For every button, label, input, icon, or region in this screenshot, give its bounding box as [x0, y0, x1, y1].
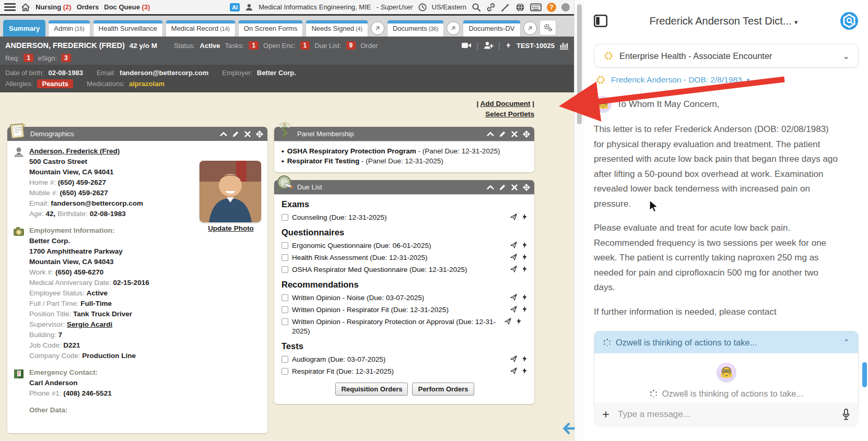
add-person-icon[interactable] — [483, 41, 494, 50]
tab-admin[interactable]: Admin(15) — [48, 20, 90, 37]
due-item-checkbox[interactable] — [281, 306, 288, 313]
help-icon[interactable]: ? — [547, 3, 556, 12]
patient-name[interactable]: ANDERSON, FREDERICK (FRED) — [5, 41, 125, 50]
send-icon[interactable] — [510, 254, 517, 260]
ai-badge[interactable]: AI — [230, 3, 240, 11]
move-icon[interactable] — [256, 130, 263, 138]
tab-documents[interactable]: Documents(36) — [387, 20, 444, 37]
ozwell-logo-icon[interactable] — [840, 11, 859, 30]
conversation-title[interactable]: Frederick Anderson Test Dict... ▾ — [607, 15, 840, 27]
requisition-orders-button[interactable]: Requisition Orders — [335, 383, 408, 396]
due-item-checkbox[interactable] — [281, 266, 288, 273]
move-icon[interactable] — [523, 184, 530, 191]
link-icon[interactable] — [486, 3, 496, 12]
due-list-badge[interactable]: 9 — [346, 41, 356, 50]
perform-bolt-icon[interactable] — [521, 213, 528, 220]
edit-icon[interactable] — [499, 184, 506, 191]
medication-value[interactable]: alprazolam — [129, 80, 165, 88]
perform-orders-button[interactable]: Perform Orders — [412, 383, 474, 396]
org-name[interactable]: Medical Informatics Engineering, MIE — [259, 3, 371, 11]
assistant-scrollbar-thumb[interactable] — [862, 362, 867, 387]
close-icon[interactable] — [244, 130, 251, 138]
open-enc-badge[interactable]: 1 — [300, 41, 310, 50]
tab-on-screen-forms[interactable]: On Screen Forms — [238, 20, 303, 37]
chart-stats-icon[interactable] — [559, 41, 569, 50]
send-icon[interactable] — [510, 367, 517, 374]
hamburger-menu-icon[interactable] — [4, 3, 16, 11]
esign-badge[interactable]: 3 — [61, 54, 71, 62]
perform-bolt-icon[interactable] — [521, 367, 528, 374]
collapse-icon[interactable] — [487, 184, 494, 191]
tab-settings-gear-icon[interactable] — [539, 20, 556, 35]
panel-membership-header[interactable]: Panel Membership — [274, 127, 534, 141]
send-icon[interactable] — [510, 306, 517, 313]
close-icon[interactable] — [511, 184, 518, 191]
update-photo-link[interactable]: Update Photo — [208, 224, 254, 232]
perform-bolt-icon[interactable] — [521, 266, 528, 272]
due-list-header[interactable]: Due List — [274, 180, 534, 194]
move-icon[interactable] — [523, 130, 530, 138]
send-icon[interactable] — [510, 266, 517, 272]
select-portlets-link[interactable]: Select Portlets — [485, 110, 534, 118]
demographics-portlet-header[interactable]: Demographics — [7, 127, 267, 141]
tab-needs-signed[interactable]: Needs Signed(4) — [306, 20, 368, 37]
perform-bolt-icon[interactable] — [521, 294, 528, 301]
quick-action-bolt-icon[interactable] — [505, 41, 512, 50]
video-visit-icon[interactable] — [461, 41, 472, 50]
nav-nursing[interactable]: Nursing (2) — [36, 3, 72, 11]
attach-plus-icon[interactable]: + — [602, 408, 609, 421]
microphone-icon[interactable] — [842, 409, 850, 420]
send-icon[interactable] — [505, 318, 511, 325]
order-link[interactable]: Order — [360, 42, 378, 50]
send-icon[interactable] — [510, 355, 517, 362]
tasks-badge[interactable]: 1 — [249, 41, 259, 50]
tab-medical-record[interactable]: Medical Record(14) — [166, 20, 236, 37]
due-item-checkbox[interactable] — [281, 356, 288, 363]
message-input[interactable] — [618, 409, 834, 420]
tab-summary[interactable]: Summary — [3, 20, 45, 37]
perform-bolt-icon[interactable] — [515, 318, 522, 325]
nav-orders[interactable]: Orders — [77, 3, 99, 11]
patient-context-row[interactable]: Frederick Anderson - DOB: 2/8/1983 ▾ — [595, 74, 859, 86]
vertical-scrollbar-thumb[interactable] — [577, 4, 582, 124]
sidebar-toggle-icon[interactable] — [594, 15, 607, 27]
add-document-link[interactable]: Add Document — [480, 100, 530, 108]
encounter-context-card[interactable]: Enterprise Health - Associate Encounter … — [594, 44, 859, 68]
nav-doc-queue[interactable]: Doc Queue (3) — [104, 3, 150, 11]
close-icon[interactable] — [511, 130, 518, 138]
keyboard-icon[interactable] — [530, 3, 542, 12]
edit-icon[interactable] — [232, 130, 239, 138]
patient-name-link[interactable]: Anderson, Frederick (Fred) — [29, 147, 120, 155]
allergy-badge[interactable]: Peanuts — [37, 79, 73, 88]
search-icon[interactable] — [472, 3, 481, 12]
send-icon[interactable] — [510, 213, 517, 220]
collapse-icon[interactable] — [220, 130, 227, 138]
edit-icon[interactable] — [499, 130, 506, 138]
due-item-checkbox[interactable] — [281, 254, 288, 261]
req-badge[interactable]: 1 — [24, 54, 33, 62]
due-item-checkbox[interactable] — [281, 214, 288, 221]
perform-bolt-icon[interactable] — [521, 254, 528, 260]
send-icon[interactable] — [510, 242, 517, 248]
documents-dv-external-link-icon[interactable] — [523, 21, 537, 35]
perform-bolt-icon[interactable] — [521, 355, 528, 362]
tab-health-surveillance[interactable]: Health Surveillance — [93, 20, 163, 37]
tab-documents-dv[interactable]: Documents-DV — [463, 20, 520, 37]
due-item-checkbox[interactable] — [281, 368, 288, 375]
supervisor-link[interactable]: Sergio Acardi — [67, 320, 112, 328]
due-item-checkbox[interactable] — [281, 318, 288, 325]
send-icon[interactable] — [510, 294, 517, 301]
collapse-icon[interactable] — [487, 130, 494, 138]
documents-external-link-icon[interactable] — [447, 21, 460, 35]
timezone[interactable]: US/Eastern — [432, 3, 466, 11]
home-icon[interactable] — [21, 3, 30, 12]
due-item-checkbox[interactable] — [281, 294, 288, 301]
thinking-card-header[interactable]: Ozwell is thinking of actions to take...… — [594, 331, 858, 353]
perform-bolt-icon[interactable] — [521, 306, 528, 313]
due-item-checkbox[interactable] — [281, 242, 288, 249]
perform-bolt-icon[interactable] — [521, 242, 528, 248]
wand-icon[interactable] — [501, 3, 510, 12]
collapse-panel-arrow-icon[interactable] — [562, 422, 576, 435]
globe-icon[interactable] — [515, 3, 525, 12]
needs-signed-external-link-icon[interactable] — [371, 21, 384, 35]
